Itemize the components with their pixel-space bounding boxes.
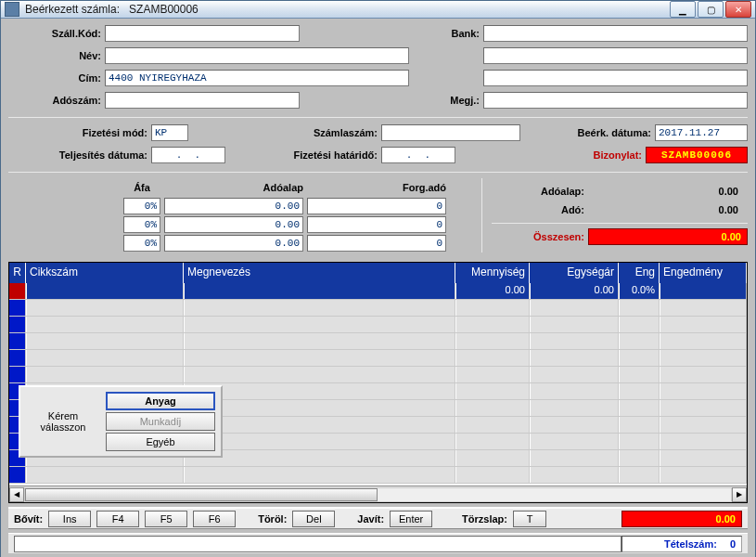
- cim-field[interactable]: [105, 70, 409, 86]
- szamlaszam-field[interactable]: [381, 124, 520, 141]
- col-mennyiseg[interactable]: Mennyiség: [455, 263, 530, 283]
- label-osszesen: Összesen:: [492, 231, 584, 242]
- ins-button[interactable]: Ins: [48, 511, 91, 527]
- afa-forgado-0[interactable]: [307, 198, 446, 214]
- label-szamlaszam: Számlaszám:: [192, 127, 378, 138]
- label-fizhatido: Fizetési határidő:: [229, 149, 378, 161]
- label-torol: Töröl:: [258, 513, 287, 525]
- col-cikkszam[interactable]: Cikkszám: [26, 263, 184, 283]
- bizonylat-badge: SZAMB00006: [646, 147, 748, 163]
- col-engedmeny[interactable]: Engedmény: [660, 263, 747, 283]
- col-r: R: [9, 263, 26, 283]
- f5-button[interactable]: F5: [145, 511, 187, 527]
- scroll-left-icon[interactable]: ◀: [9, 487, 24, 502]
- megj-field[interactable]: [483, 92, 748, 109]
- sum-adoalap-val: 0.00: [588, 186, 748, 197]
- afa-forgado-2[interactable]: [307, 235, 446, 252]
- label-fizmod: Fizetési mód:: [8, 127, 147, 138]
- choose-type-popup: Kérem válasszon Anyag Munkadíj Egyéb: [19, 385, 223, 458]
- col-egysegar[interactable]: Egységár: [530, 263, 619, 283]
- minimize-button[interactable]: ▁: [670, 1, 696, 18]
- close-button[interactable]: ✕: [725, 1, 751, 18]
- app-icon: [5, 2, 19, 17]
- popup-label: Kérem válasszon: [26, 410, 100, 433]
- label-beerk: Beérk. dátuma:: [524, 127, 651, 138]
- nev-field[interactable]: [105, 47, 409, 64]
- bank-field-2[interactable]: [483, 47, 748, 64]
- label-sum-ado: Adó:: [492, 204, 584, 215]
- f6-button[interactable]: F6: [193, 511, 236, 527]
- label-javit: Javít:: [357, 513, 384, 525]
- maximize-button[interactable]: ▢: [698, 1, 724, 18]
- label-torzslap: Törzslap:: [462, 513, 507, 525]
- adoszam-field[interactable]: [105, 92, 300, 109]
- afa-pct-0[interactable]: [123, 198, 160, 214]
- enter-button[interactable]: Enter: [390, 511, 432, 527]
- fizmod-field[interactable]: [151, 124, 188, 141]
- bank-field-3[interactable]: [483, 70, 748, 86]
- status-bar: Tételszám: 0: [8, 533, 748, 553]
- fizhatido-field[interactable]: [381, 147, 455, 163]
- cell-engedmeny[interactable]: [660, 283, 747, 299]
- table-row[interactable]: [9, 317, 747, 333]
- afa-adoalap-0[interactable]: [164, 198, 303, 214]
- tetelszam-badge: Tételszám: 0: [621, 536, 742, 552]
- label-megj: Megj.:: [303, 95, 480, 106]
- teljdatum-field[interactable]: [151, 147, 225, 163]
- szallkod-field[interactable]: [105, 25, 300, 42]
- table-row[interactable]: [9, 333, 747, 350]
- statusbar-input[interactable]: [14, 536, 621, 552]
- label-nev: Név:: [8, 50, 101, 61]
- popup-egyeb-button[interactable]: Egyéb: [106, 433, 215, 451]
- bottom-total-badge: 0.00: [621, 511, 742, 527]
- grid-header: R Cikkszám Megnevezés Mennyiség Egységár…: [9, 263, 747, 283]
- afa-pct-1[interactable]: [123, 216, 160, 233]
- cell-megnevezes[interactable]: [184, 283, 455, 299]
- window-title: Beérkezett számla: SZAMB00006: [25, 3, 199, 16]
- titlebar: Beérkezett számla: SZAMB00006 ▁ ▢ ✕: [1, 1, 755, 19]
- popup-anyag-button[interactable]: Anyag: [106, 392, 215, 410]
- hdr-forgado: Forg.adó: [307, 182, 446, 193]
- beerk-date-field[interactable]: [655, 124, 748, 141]
- scroll-track[interactable]: [24, 487, 732, 502]
- cell-cikkszam[interactable]: [26, 283, 184, 299]
- scroll-thumb[interactable]: [25, 488, 378, 501]
- label-sum-adoalap: Adóalap:: [492, 186, 584, 197]
- label-bizonylat: Bizonylat:: [459, 149, 642, 161]
- hdr-adoalap: Adóalap: [164, 182, 303, 193]
- table-row[interactable]: [9, 350, 747, 367]
- t-button[interactable]: T: [513, 511, 546, 527]
- cell-mennyiseg[interactable]: 0.00: [455, 283, 530, 299]
- title-id: SZAMB00006: [129, 3, 199, 16]
- grid-hscrollbar[interactable]: ◀ ▶: [9, 486, 747, 502]
- popup-munkadij-button[interactable]: Munkadíj: [106, 412, 215, 431]
- label-bovit: Bővít:: [14, 513, 43, 525]
- afa-pct-2[interactable]: [123, 235, 160, 252]
- del-button[interactable]: Del: [292, 511, 335, 527]
- items-grid[interactable]: R Cikkszám Megnevezés Mennyiség Egységár…: [8, 262, 748, 503]
- tetelszam-label: Tételszám:: [664, 538, 717, 550]
- cell-egysegar[interactable]: 0.00: [530, 283, 619, 299]
- col-megnevezes[interactable]: Megnevezés: [184, 263, 455, 283]
- hdr-afa: Áfa: [123, 182, 160, 193]
- col-eng[interactable]: Eng: [619, 263, 660, 283]
- bank-field-1[interactable]: [483, 25, 748, 42]
- tetelszam-value: 0: [730, 538, 736, 550]
- afa-adoalap-2[interactable]: [164, 235, 303, 252]
- title-prefix: Beérkezett számla:: [25, 3, 120, 16]
- cell-eng[interactable]: 0.0%: [619, 283, 660, 299]
- sum-ado-val: 0.00: [588, 204, 748, 215]
- label-szallkod: Száll.Kód:: [8, 28, 101, 39]
- label-teljdatum: Teljesítés dátuma:: [8, 149, 147, 161]
- osszesen-badge: 0.00: [588, 228, 748, 245]
- scroll-right-icon[interactable]: ▶: [732, 487, 747, 502]
- afa-forgado-1[interactable]: [307, 216, 446, 233]
- f4-button[interactable]: F4: [96, 511, 139, 527]
- table-row[interactable]: 0.00 0.00 0.0%: [9, 283, 747, 300]
- table-row[interactable]: [9, 467, 747, 484]
- table-row[interactable]: [9, 300, 747, 317]
- table-row[interactable]: [9, 367, 747, 383]
- label-bank: Bank:: [303, 28, 480, 39]
- label-adoszam: Adószám:: [8, 95, 101, 106]
- afa-adoalap-1[interactable]: [164, 216, 303, 233]
